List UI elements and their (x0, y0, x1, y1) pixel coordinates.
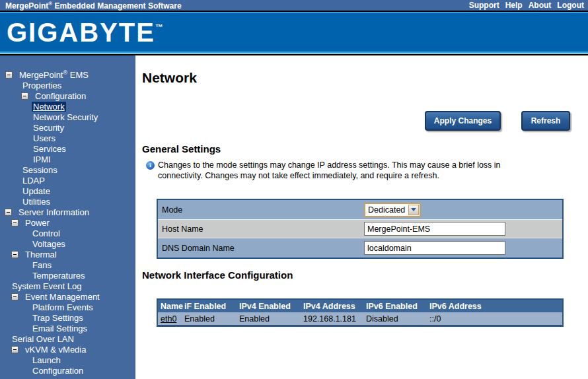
refresh-button[interactable]: Refresh (521, 111, 570, 131)
collapse-minus-icon[interactable] (5, 209, 12, 216)
sidebar-item-vkvm-vmedia[interactable]: vKVM & vMedia (0, 344, 135, 355)
sidebar-item-label: Event Management (24, 292, 101, 302)
sidebar-item-label: Control (31, 228, 61, 238)
sidebar-item-services[interactable]: Services (0, 143, 135, 154)
sidebar-item-temperatures[interactable]: Temperatures (0, 270, 135, 281)
minus-glyph (13, 254, 17, 255)
topbar-link-about[interactable]: About (529, 1, 552, 10)
apply-changes-button[interactable]: Apply Changes (425, 111, 501, 131)
sidebar-item-configuration[interactable]: Configuration (0, 90, 135, 101)
sidebar-item-label: Platform Events (31, 302, 94, 312)
form-row-mode: ModeDedicated (158, 200, 562, 219)
sidebar-item-platform-events[interactable]: Platform Events (0, 302, 135, 312)
collapse-minus-icon[interactable] (21, 92, 28, 100)
topbar-link-logout[interactable]: Logout (557, 1, 584, 10)
column-header-name: Name (158, 302, 183, 311)
sidebar-item-network[interactable]: Network (0, 101, 135, 112)
sidebar-item-label: Fans (31, 260, 53, 270)
cell-ipv4-address: 192.168.1.181 (302, 314, 365, 324)
sidebar-item-sessions[interactable]: Sessions (0, 164, 135, 175)
mode-control: Dedicated (364, 203, 421, 217)
interface-configuration-heading: Network Interface Configuration (142, 269, 293, 281)
sidebar-item-security[interactable]: Security (0, 122, 135, 133)
app-window: MergePoint® Embedded Management Software… (0, 0, 588, 379)
sidebar-item-label: Email Settings (31, 324, 89, 333)
sidebar-item-mergepoint-ems[interactable]: MergePoint® EMS (0, 69, 135, 80)
interface-table-header: NameiF EnabledIPv4 EnabledIPv4 AddressIP… (158, 300, 562, 312)
sidebar-item-utilities[interactable]: Utilities (0, 196, 135, 207)
collapse-minus-icon[interactable] (11, 293, 18, 300)
column-header-ipv6-enabled: IPv6 Enabled (365, 302, 428, 311)
collapse-minus-icon[interactable] (11, 251, 18, 258)
sidebar-item-ldap[interactable]: LDAP (0, 175, 135, 186)
sidebar-item-power[interactable]: Power (0, 217, 135, 228)
sidebar-item-label: MergePoint® EMS (18, 69, 90, 80)
sidebar-item-voltages[interactable]: Voltages (0, 238, 135, 249)
sidebar-item-control[interactable]: Control (0, 228, 135, 238)
sidebar-item-label: Utilities (21, 197, 52, 207)
sidebar-item-email-settings[interactable]: Email Settings (0, 323, 135, 333)
minus-glyph (13, 223, 17, 223)
collapse-minus-icon[interactable] (11, 219, 18, 226)
sidebar-item-properties[interactable]: Properties (0, 80, 135, 90)
dns-domain-name-control (364, 241, 505, 255)
info-note: i Changes to the mode settings may chang… (146, 160, 532, 181)
host-name-input[interactable] (364, 222, 505, 236)
topbar: MergePoint® Embedded Management Software… (0, 0, 588, 12)
topbar-link-help[interactable]: Help (505, 1, 523, 10)
sidebar-item-label: Sessions (21, 165, 59, 175)
sidebar-item-configuration[interactable]: Configuration (0, 365, 135, 376)
collapse-minus-icon[interactable] (11, 346, 18, 353)
dns-domain-name-input[interactable] (364, 241, 505, 255)
sidebar-item-thermal[interactable]: Thermal (0, 249, 135, 259)
gigabyte-logo: GIGABYTE™ (7, 19, 163, 46)
sidebar-item-update[interactable]: Update (0, 186, 135, 196)
sidebar-item-label: Configuration (31, 366, 85, 376)
topbar-link-support[interactable]: Support (469, 1, 499, 10)
sidebar-item-label: vKVM & vMedia (24, 345, 87, 355)
sidebar-item-system-event-log[interactable]: System Event Log (0, 281, 135, 291)
sidebar-item-ipmi[interactable]: IPMI (0, 154, 135, 164)
sidebar-item-label: Temperatures (31, 271, 86, 281)
minus-glyph (7, 212, 10, 213)
sidebar-item-label: System Event Log (11, 281, 83, 291)
minus-glyph (13, 349, 17, 350)
host-name-label: Host Name (158, 224, 364, 234)
sidebar-item-label: Server Information (17, 207, 91, 217)
cell-name: eth0 (158, 314, 183, 324)
mode-select-value: Dedicated (365, 205, 408, 215)
sidebar-item-event-management[interactable]: Event Management (0, 291, 135, 302)
general-settings-form: ModeDedicatedHost NameDNS Domain Name (157, 199, 564, 259)
sidebar-item-label: Network (32, 102, 66, 112)
sidebar-item-serial-over-lan[interactable]: Serial Over LAN (0, 333, 135, 344)
info-note-text: Changes to the mode settings may change … (158, 160, 532, 181)
interface-link-eth0[interactable]: eth0 (161, 314, 176, 324)
page-title: Network (142, 70, 197, 86)
sidebar-item-server-information[interactable]: Server Information (0, 207, 135, 217)
cell-ipv4-enabled: Enabled (238, 314, 302, 324)
dns-domain-name-label: DNS Domain Name (158, 244, 364, 253)
sidebar-item-label: Serial Over LAN (11, 334, 75, 344)
general-settings-heading: General Settings (142, 143, 221, 155)
column-header-ipv6-address: IPv6 Address (428, 302, 562, 311)
host-name-control (364, 222, 505, 236)
trademark-symbol: ™ (155, 22, 163, 32)
sidebar-item-fans[interactable]: Fans (0, 259, 135, 270)
column-header-ipv4-address: IPv4 Address (302, 302, 365, 311)
sidebar-item-users[interactable]: Users (0, 133, 135, 143)
sidebar-item-label: Launch (31, 355, 62, 365)
sidebar-item-trap-settings[interactable]: Trap Settings (0, 312, 135, 323)
mode-select[interactable]: Dedicated (364, 203, 421, 217)
main-content: Network Apply Changes Refresh General Se… (135, 55, 588, 379)
sidebar-item-label: Properties (21, 81, 63, 90)
cell-ipv6-enabled: Disabled (365, 314, 428, 324)
form-row-dns-domain-name: DNS Domain Name (158, 238, 562, 258)
dropdown-button[interactable] (408, 205, 419, 215)
sidebar-item-launch[interactable]: Launch (0, 355, 135, 365)
sidebar-item-network-security[interactable]: Network Security (0, 112, 135, 122)
sidebar-item-label: Services (32, 144, 67, 154)
sidebar-item-label: IPMI (32, 155, 52, 164)
sidebar-tree: MergePoint® EMSPropertiesConfigurationNe… (0, 55, 135, 379)
collapse-minus-icon[interactable] (5, 71, 13, 79)
form-row-host-name: Host Name (158, 219, 562, 238)
